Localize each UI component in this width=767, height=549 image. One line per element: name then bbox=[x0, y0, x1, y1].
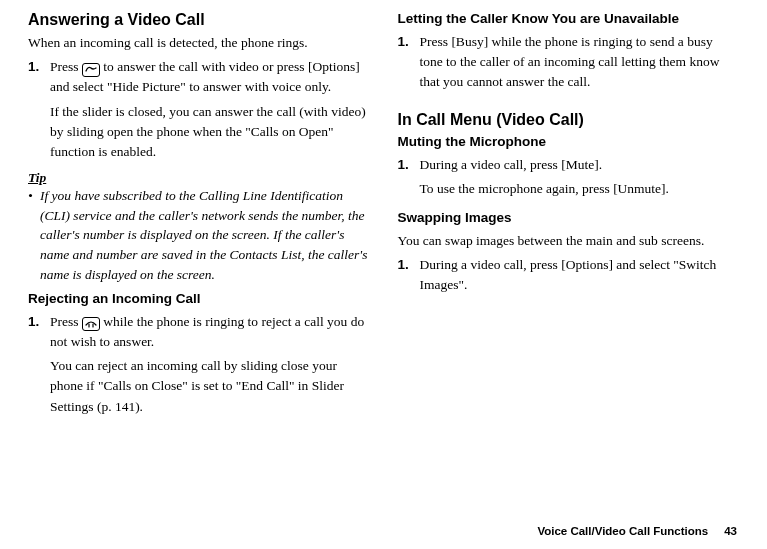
right-column: Letting the Caller Know You are Unavaila… bbox=[398, 10, 738, 425]
step-number: 1. bbox=[398, 32, 420, 97]
step-1-mute: 1. During a video call, press [Mute]. To… bbox=[398, 155, 738, 204]
step-content: During a video call, press [Options] and… bbox=[420, 255, 738, 300]
left-column: Answering a Video Call When an incoming … bbox=[28, 10, 368, 425]
swap-intro: You can swap images between the main and… bbox=[398, 231, 738, 251]
step-text-a: Press bbox=[50, 314, 79, 329]
heading-muting-mic: Muting the Microphone bbox=[398, 133, 738, 151]
call-key-icon bbox=[82, 63, 100, 77]
page-columns: Answering a Video Call When an incoming … bbox=[28, 10, 737, 425]
step-text-a: Press bbox=[50, 59, 79, 74]
heading-swapping-images: Swapping Images bbox=[398, 209, 738, 227]
page-number: 43 bbox=[724, 525, 737, 537]
heading-answering-video-call: Answering a Video Call bbox=[28, 10, 368, 31]
tip-bullet: • bbox=[28, 186, 40, 284]
step-text: Press [Busy] while the phone is ringing … bbox=[420, 32, 738, 93]
step-text-p2: You can reject an incoming call by slidi… bbox=[50, 356, 368, 417]
tip-row: • If you have subscribed to the Calling … bbox=[28, 186, 368, 284]
step-text: During a video call, press [Options] and… bbox=[420, 255, 738, 296]
page-footer: Voice Call/Video Call Functions 43 bbox=[537, 525, 737, 537]
tip-label: Tip bbox=[28, 170, 368, 186]
tip-text: If you have subscribed to the Calling Li… bbox=[40, 186, 368, 284]
step-text-p2: To use the microphone again, press [Unmu… bbox=[420, 179, 738, 199]
step-1-swap: 1. During a video call, press [Options] … bbox=[398, 255, 738, 300]
step-text-p2: If the slider is closed, you can answer … bbox=[50, 102, 368, 163]
end-call-key-icon bbox=[82, 317, 100, 331]
step-number: 1. bbox=[28, 57, 50, 166]
step-content: During a video call, press [Mute]. To us… bbox=[420, 155, 738, 204]
heading-rejecting-call: Rejecting an Incoming Call bbox=[28, 290, 368, 308]
step-1-reject: 1. Press while the phone is ringing to r… bbox=[28, 312, 368, 421]
step-content: Press [Busy] while the phone is ringing … bbox=[420, 32, 738, 97]
step-number: 1. bbox=[398, 155, 420, 204]
step-number: 1. bbox=[398, 255, 420, 300]
footer-label: Voice Call/Video Call Functions bbox=[537, 525, 708, 537]
step-content: Press while the phone is ringing to reje… bbox=[50, 312, 368, 421]
step-number: 1. bbox=[28, 312, 50, 421]
step-content: Press to answer the call with video or p… bbox=[50, 57, 368, 166]
step-text: During a video call, press [Mute]. bbox=[420, 155, 738, 175]
heading-in-call-menu: In Call Menu (Video Call) bbox=[398, 110, 738, 131]
step-1-busy: 1. Press [Busy] while the phone is ringi… bbox=[398, 32, 738, 97]
step-1-answer: 1. Press to answer the call with video o… bbox=[28, 57, 368, 166]
heading-caller-unavailable: Letting the Caller Know You are Unavaila… bbox=[398, 10, 738, 28]
intro-text: When an incoming call is detected, the p… bbox=[28, 33, 368, 53]
